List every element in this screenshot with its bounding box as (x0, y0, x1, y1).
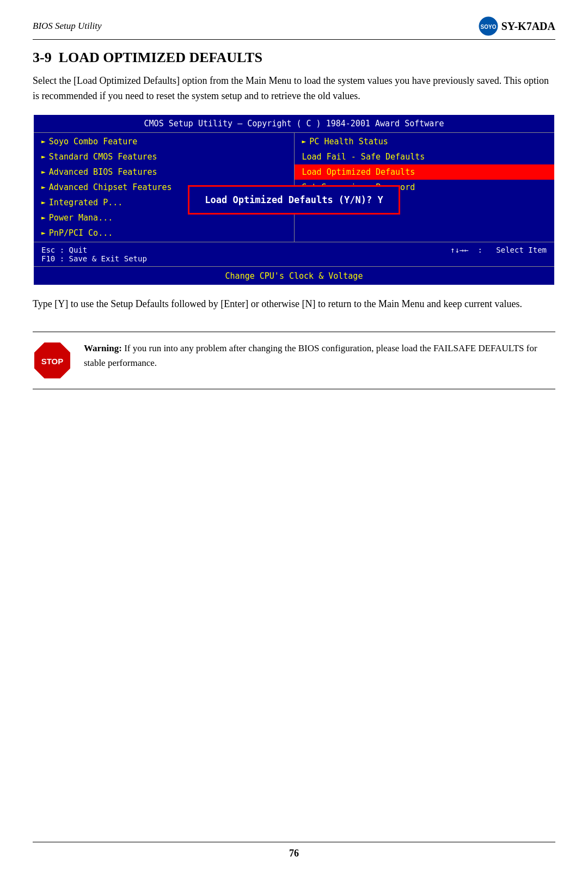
section-title: 3-9 LOAD OPTIMIZED DEFAULTS (33, 50, 555, 66)
page-number: 76 (33, 842, 555, 859)
svg-text:STOP: STOP (41, 357, 64, 366)
bios-screenshot-box: CMOS Setup Utility – Copyright ( C ) 198… (33, 114, 555, 286)
bios-menu-item-supervisor-password[interactable]: Set Supervisor Password (295, 180, 555, 195)
bios-content: ► Soyo Combo Feature ► Standard CMOS Fea… (34, 133, 554, 242)
bios-menu-item-advanced-bios[interactable]: ► Advanced BIOS Features (34, 164, 294, 180)
bios-right-menu: ► PC Health Status Load Fail - Safe Defa… (295, 133, 555, 242)
bios-menu-item-pnp[interactable]: ► PnP/PCI Co... (34, 225, 294, 241)
intro-text: Select the [Load Optimized Defaults] opt… (33, 74, 555, 104)
warning-text: Warning: If you run into any problem aft… (84, 341, 555, 370)
warning-bold: Warning: If you run into any problem aft… (84, 343, 537, 368)
bios-header: CMOS Setup Utility – Copyright ( C ) 198… (34, 115, 554, 133)
arrow-icon: ► (41, 137, 46, 145)
header-title: BIOS Setup Utility (33, 21, 102, 32)
bios-menu-item-right-5 (295, 210, 555, 225)
bios-menu-item-integrated[interactable]: ► Integrated P... (34, 195, 294, 210)
bios-footer-left: Esc : Quit F10 : Save & Exit Setup (41, 246, 147, 263)
bios-menu-item-load-optimized[interactable]: Load Optimized Defaults (295, 164, 555, 180)
bios-menu-item-standard[interactable]: ► Standard CMOS Features (34, 149, 294, 164)
bios-menu-item-soyo[interactable]: ► Soyo Combo Feature (34, 134, 294, 149)
bios-left-menu: ► Soyo Combo Feature ► Standard CMOS Fea… (34, 133, 295, 242)
bios-menu-item-advanced-chipset[interactable]: ► Advanced Chipset Features (34, 180, 294, 195)
bios-menu-item-right-6 (295, 225, 555, 241)
bios-menu-item-power[interactable]: ► Power Mana... (34, 210, 294, 225)
bios-menu-item-right-4 (295, 195, 555, 210)
soyo-logo-icon: SOYO (479, 16, 498, 36)
bios-bottom-bar: Change CPU's Clock & Voltage (34, 266, 554, 285)
arrow-icon: ► (41, 183, 46, 191)
bios-footer-right: ↑↓→← : Select Item (450, 246, 547, 263)
arrow-icon: ► (41, 213, 46, 222)
svg-text:SOYO: SOYO (480, 24, 496, 30)
bios-menu-item-load-failsafe[interactable]: Load Fail - Safe Defaults (295, 149, 555, 164)
arrow-icon: ► (41, 168, 46, 176)
arrow-icon: ► (41, 229, 46, 237)
arrow-icon: ► (41, 198, 46, 206)
section-title-text: LOAD OPTIMIZED DEFAULTS (59, 50, 262, 65)
arrow-icon: ► (41, 152, 46, 161)
arrow-icon: ► (302, 137, 307, 145)
bios-menu-item-pc-health[interactable]: ► PC Health Status (295, 134, 555, 149)
brand-name: SY-K7ADA (501, 20, 555, 33)
header-brand: SOYO SY-K7ADA (479, 16, 555, 36)
stop-sign-icon: STOP (33, 341, 72, 380)
bios-footer: Esc : Quit F10 : Save & Exit Setup ↑↓→← … (34, 242, 554, 266)
page-header: BIOS Setup Utility SOYO SY-K7ADA (33, 16, 555, 40)
section-number: 3-9 (33, 50, 52, 65)
warning-section: STOP Warning: If you run into any proble… (33, 332, 555, 389)
after-bios-text: Type [Y] to use the Setup Defaults follo… (33, 297, 555, 312)
